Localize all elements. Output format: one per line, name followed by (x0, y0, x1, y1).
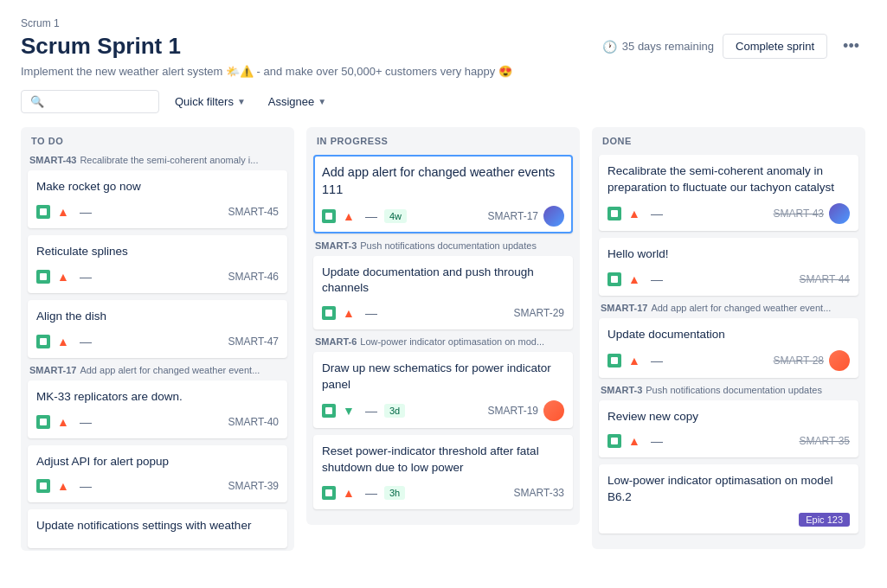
story-icon[interactable] (607, 354, 621, 368)
priority-up-icon[interactable]: ▲ (54, 202, 73, 221)
epic-header: SMART-3Push notifications documentation … (599, 385, 858, 395)
story-icon[interactable] (322, 306, 336, 320)
minus-icon[interactable]: — (362, 304, 381, 323)
days-remaining: 🕐 35 days remaining (602, 40, 714, 54)
epic-header: SMART-6Low-power indicator optimasation … (313, 336, 573, 347)
card-actions: ▲— (607, 431, 666, 451)
chevron-down-icon: ▼ (318, 97, 326, 106)
minus-icon[interactable]: — (362, 483, 381, 502)
card-id: SMART-19 (488, 405, 538, 417)
story-icon[interactable] (322, 486, 336, 500)
minus-icon[interactable]: — (76, 267, 95, 286)
assignee-filter-button[interactable]: Assignee ▼ (261, 91, 333, 112)
card-title: Reticulate splines (36, 244, 279, 260)
card[interactable]: Reticulate splines▲—SMART-46 (28, 235, 287, 293)
story-icon[interactable] (36, 415, 50, 429)
story-icon[interactable] (36, 270, 50, 284)
story-icon[interactable] (36, 205, 50, 219)
card-actions: ▲— (36, 332, 95, 351)
card[interactable]: Reset power-indicator threshold after fa… (313, 435, 573, 509)
card-title: Adjust API for alert popup (36, 454, 279, 470)
card-footer-right: SMART-19 (488, 400, 564, 421)
priority-up-icon[interactable]: ▲ (625, 351, 644, 370)
card-footer: ▲—SMART-47 (36, 332, 279, 351)
priority-up-icon[interactable]: ▲ (625, 431, 644, 451)
story-icon[interactable] (36, 479, 50, 493)
time-badge: 3d (384, 404, 405, 418)
card-id: SMART-33 (514, 487, 564, 499)
card[interactable]: Hello world!▲—SMART-44 (599, 238, 858, 296)
minus-icon[interactable]: — (362, 401, 381, 420)
priority-up-icon[interactable]: ▲ (339, 483, 358, 502)
card[interactable]: Draw up new schematics for power indicat… (313, 352, 573, 428)
card-id: SMART-47 (228, 336, 279, 348)
card-footer: ▲—SMART-43 (607, 203, 850, 224)
priority-up-icon[interactable]: ▲ (54, 476, 73, 495)
card-title: Reset power-indicator threshold after fa… (322, 444, 564, 476)
column-header-todo: TO DO (28, 136, 287, 146)
card-actions: ▲— (36, 412, 95, 431)
minus-icon[interactable]: — (76, 412, 95, 431)
card-footer: ▲—SMART-29 (322, 304, 564, 323)
card[interactable]: Align the dish▲—SMART-47 (28, 300, 287, 358)
card[interactable]: Review new copy▲—SMART-35 (599, 400, 858, 458)
priority-up-icon[interactable]: ▲ (625, 204, 644, 223)
card-title: Make rocket go now (36, 179, 279, 195)
chevron-down-icon: ▼ (237, 97, 246, 106)
clock-icon: 🕐 (602, 40, 617, 54)
card[interactable]: Make rocket go now▲—SMART-45 (28, 170, 287, 228)
epic-tag: Epic 123 (799, 513, 850, 527)
card-actions: ▲— (607, 270, 666, 289)
card-footer-right: SMART-33 (514, 487, 564, 499)
story-icon[interactable] (607, 272, 621, 286)
minus-icon[interactable]: — (76, 332, 95, 351)
story-icon[interactable] (36, 335, 50, 348)
svg-rect-8 (325, 489, 332, 496)
complete-sprint-button[interactable]: Complete sprint (723, 34, 827, 59)
subtitle: Implement the new weather alert system 🌤… (21, 65, 866, 78)
more-options-button[interactable]: ••• (836, 34, 866, 59)
card-actions: ▲— (36, 476, 95, 495)
card[interactable]: Low-power indicator optimasation on mode… (599, 464, 858, 534)
epic-header: SMART-17Add app alert for changed weathe… (599, 303, 858, 313)
priority-up-icon[interactable]: ▲ (339, 304, 358, 323)
card[interactable]: Update documentation and push through ch… (313, 256, 573, 330)
svg-rect-0 (40, 208, 47, 215)
svg-rect-2 (40, 338, 47, 345)
minus-icon[interactable]: — (647, 351, 666, 370)
minus-icon[interactable]: — (76, 476, 95, 495)
story-icon[interactable] (322, 404, 336, 418)
minus-icon[interactable]: — (76, 202, 95, 221)
minus-icon[interactable]: — (362, 207, 381, 226)
priority-up-icon[interactable]: ▲ (625, 270, 644, 289)
story-icon[interactable] (607, 434, 621, 448)
svg-rect-6 (325, 310, 332, 316)
card[interactable]: Add app alert for changed weather events… (313, 155, 573, 233)
search-input[interactable] (49, 95, 153, 108)
quick-filters-button[interactable]: Quick filters ▼ (168, 91, 253, 112)
svg-rect-7 (325, 407, 332, 414)
card[interactable]: Adjust API for alert popup▲—SMART-39 (28, 445, 287, 503)
avatar (543, 206, 564, 227)
priority-up-icon[interactable]: ▲ (339, 207, 358, 226)
card-actions: ▲— (607, 351, 666, 370)
story-icon[interactable] (607, 207, 621, 220)
epic-header: SMART-43Recalibrate the semi-coherent an… (28, 155, 287, 165)
priority-up-icon[interactable]: ▲ (54, 267, 73, 286)
priority-down-icon[interactable]: ▼ (339, 401, 358, 420)
minus-icon[interactable]: — (647, 270, 666, 289)
priority-up-icon[interactable]: ▲ (54, 412, 73, 431)
breadcrumb: Scrum 1 (21, 17, 866, 29)
card[interactable]: Recalibrate the semi-coherent anomaly in… (599, 155, 858, 231)
svg-rect-1 (40, 273, 47, 280)
search-box[interactable]: 🔍 (21, 90, 159, 113)
minus-icon[interactable]: — (647, 431, 666, 451)
card-footer-right: SMART-44 (800, 273, 850, 285)
card-title: Draw up new schematics for power indicat… (322, 361, 564, 393)
card[interactable]: Update notifications settings with weath… (28, 509, 287, 548)
priority-up-icon[interactable]: ▲ (54, 332, 73, 351)
minus-icon[interactable]: — (647, 204, 666, 223)
story-icon[interactable] (322, 209, 336, 223)
card[interactable]: MK-33 replicators are down.▲—SMART-40 (28, 380, 287, 438)
card[interactable]: Update documentation▲—SMART-28 (599, 318, 858, 378)
